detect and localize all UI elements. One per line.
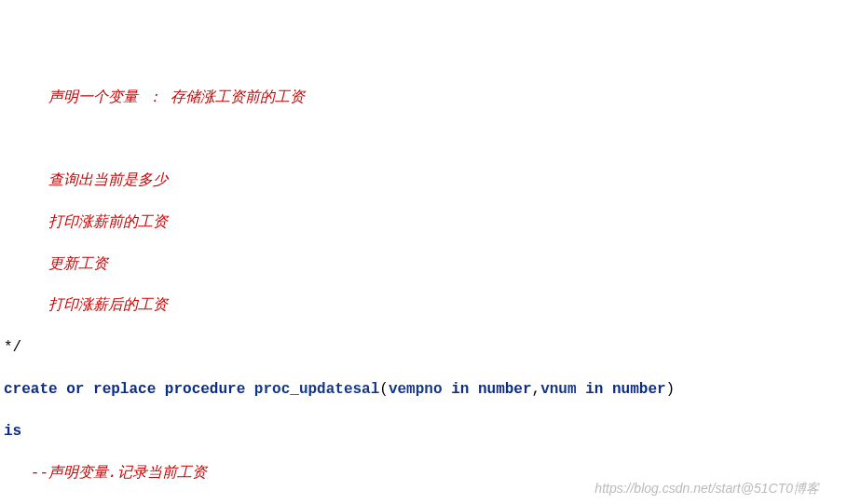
comment-line-print-before: 打印涨薪前的工资 (4, 212, 843, 233)
watermark: https://blog.csdn.net/start@51CT0博客 (594, 480, 819, 498)
comment-line-declare: 声明一个变量 ： 存储涨工资前的工资 (4, 88, 843, 108)
create-procedure: create or replace procedure proc_updates… (4, 379, 843, 400)
comment-line-query: 查询出当前是多少 (4, 170, 843, 191)
comment-line-update: 更新工资 (4, 254, 843, 275)
is-keyword: is (4, 421, 843, 442)
comment-close: */ (4, 337, 843, 358)
comment-line-print-after: 打印涨薪后的工资 (4, 295, 843, 316)
blank (4, 129, 843, 149)
